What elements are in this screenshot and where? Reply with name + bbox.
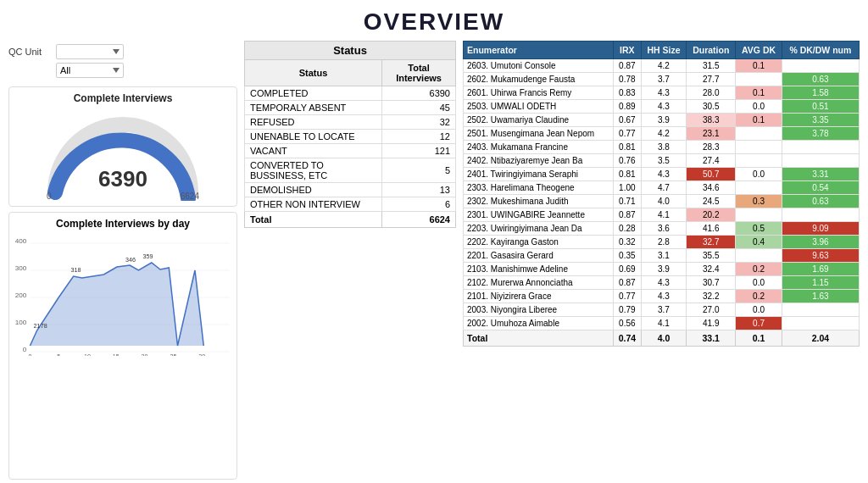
enum-hh: 4.3 (641, 276, 687, 290)
enum-hh: 4.2 (641, 127, 687, 141)
enum-row: 2102. Murerwa Annonciatha 0.87 4.3 30.7 … (464, 276, 860, 290)
enum-pct: 9.63 (782, 249, 859, 263)
qc-unit-select[interactable] (56, 44, 124, 59)
enum-name: 2101. Niyizirera Grace (464, 290, 614, 303)
enum-dk: 0.2 (736, 290, 782, 303)
enum-dur: 41.9 (687, 317, 736, 330)
enum-total-irx: 0.74 (613, 330, 641, 347)
enum-hh: 3.9 (641, 263, 687, 276)
status-count: 6390 (382, 86, 456, 101)
svg-text:20: 20 (142, 353, 148, 356)
enum-pct: 1.15 (782, 276, 859, 290)
page-title: OVERVIEW (0, 0, 868, 41)
enum-header-name: Enumerator (464, 42, 614, 59)
svg-text:0: 0 (23, 346, 27, 353)
enum-pct (782, 317, 859, 330)
enum-tbody: 2603. Umutoni Console 0.87 4.2 31.5 0.1 … (464, 59, 860, 330)
enum-dk: 0.0 (736, 276, 782, 290)
enum-pct (782, 303, 859, 317)
enum-hh: 4.3 (641, 100, 687, 114)
enum-name: 2202. Kayiranga Gaston (464, 236, 614, 249)
enum-dur: 24.5 (687, 195, 736, 208)
enum-row: 2603. Umutoni Console 0.87 4.2 31.5 0.1 (464, 59, 860, 73)
status-count: 45 (382, 101, 456, 115)
enum-dk (736, 141, 782, 154)
enum-hh: 4.1 (641, 317, 687, 330)
status-name: UNENABLE TO LOCATE (245, 130, 382, 144)
status-name: VACANT (245, 144, 382, 158)
status-table: Status Status Total Interviews COMPLETED… (244, 41, 456, 228)
enum-row: 2302. Mukeshimana Judith 0.71 4.0 24.5 0… (464, 195, 860, 208)
enum-dur: 28.0 (687, 86, 736, 100)
status-total-label: Total (245, 212, 382, 228)
enum-total-hh: 4.0 (641, 330, 687, 347)
status-row: VACANT121 (245, 144, 456, 158)
enum-dk: 0.3 (736, 195, 782, 208)
enum-dur: 32.4 (687, 263, 736, 276)
status-name: DEMOLISHED (245, 183, 382, 197)
enum-row: 2401. Twiringiyimana Seraphi 0.81 4.3 50… (464, 168, 860, 181)
enum-dk (736, 154, 782, 168)
right-panel[interactable]: Enumerator IRX HH Size Duration AVG DK %… (463, 41, 860, 480)
status-count: 121 (382, 144, 456, 158)
svg-text:21: 21 (34, 323, 41, 330)
enum-header-hh: HH Size (641, 42, 687, 59)
enum-dk: 0.2 (736, 263, 782, 276)
enum-name: 2301. UWINGABIRE Jeannette (464, 208, 614, 222)
enum-pct: 3.96 (782, 236, 859, 249)
enum-pct: 0.54 (782, 181, 859, 195)
enum-dk (736, 208, 782, 222)
enum-dk (736, 249, 782, 263)
enum-row: 2101. Niyizirera Grace 0.77 4.3 32.2 0.2… (464, 290, 860, 303)
enum-hh: 4.3 (641, 86, 687, 100)
enum-name: 2503. UMWALI ODETH (464, 100, 614, 114)
enum-pct: 3.31 (782, 168, 859, 181)
enum-hh: 2.8 (641, 236, 687, 249)
enum-irx: 0.81 (613, 168, 641, 181)
complete-interviews-title: Complete Interviews (14, 92, 231, 104)
enum-name: 2002. Umuhoza Aimable (464, 317, 614, 330)
enum-irx: 0.87 (613, 208, 641, 222)
enum-irx: 0.56 (613, 317, 641, 330)
total-col-header: Total Interviews (382, 60, 456, 86)
enum-irx: 0.69 (613, 263, 641, 276)
enum-header-pct: % DK/DW num (782, 42, 859, 59)
status-name: CONVERTED TO BUSSINESS, ETC (245, 158, 382, 183)
enum-pct (782, 59, 859, 73)
status-row: CONVERTED TO BUSSINESS, ETC5 (245, 158, 456, 183)
status-name: OTHER NON INTERVIEW (245, 197, 382, 212)
all-select[interactable]: All (56, 63, 124, 78)
enum-pct: 1.69 (782, 263, 859, 276)
enum-dur: 30.7 (687, 276, 736, 290)
enum-dur: 41.6 (687, 222, 736, 236)
enum-dk: 0.1 (736, 86, 782, 100)
enum-hh: 3.7 (641, 73, 687, 86)
enum-irx: 0.81 (613, 141, 641, 154)
filter-section: QC Unit All (8, 41, 237, 81)
enum-row: 2403. Mukamana Francine 0.81 3.8 28.3 (464, 141, 860, 154)
gauge-min: 0 (47, 192, 52, 201)
enum-hh: 3.5 (641, 154, 687, 168)
enum-dur: 35.5 (687, 249, 736, 263)
enum-pct (782, 154, 859, 168)
svg-text:78: 78 (41, 323, 47, 330)
chart-area: 0 100 200 300 400 21 (14, 233, 231, 352)
status-name: TEMPORALY ABSENT (245, 101, 382, 115)
status-count: 13 (382, 183, 456, 197)
enum-hh: 3.9 (641, 114, 687, 127)
enum-total-dk: 0.1 (736, 330, 782, 347)
middle-panel: Status Status Total Interviews COMPLETED… (244, 41, 456, 480)
enum-pct: 9.09 (782, 222, 859, 236)
enum-hh: 4.2 (641, 59, 687, 73)
enum-pct (782, 208, 859, 222)
enum-pct: 0.63 (782, 73, 859, 86)
status-count: 32 (382, 115, 456, 130)
enum-total-pct: 2.04 (782, 330, 859, 347)
enum-name: 2103. Manishimwe Adeline (464, 263, 614, 276)
enum-name: 2502. Uwamariya Claudine (464, 114, 614, 127)
enum-dur: 20.2 (687, 208, 736, 222)
status-tbody: COMPLETED6390TEMPORALY ABSENT45REFUSED32… (245, 86, 456, 212)
enum-name: 2003. Niyongira Liberee (464, 303, 614, 317)
svg-text:359: 359 (143, 253, 153, 260)
svg-text:30: 30 (198, 353, 205, 356)
